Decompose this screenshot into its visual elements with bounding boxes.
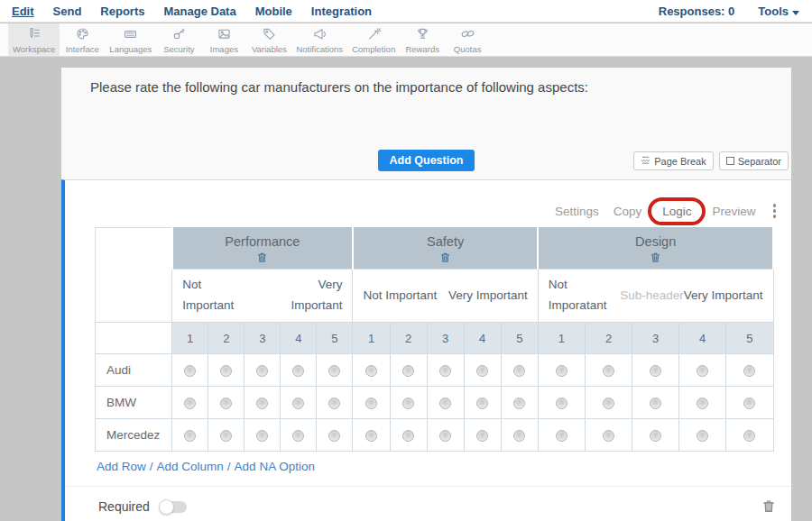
required-toggle[interactable] <box>160 501 187 513</box>
radio-button[interactable] <box>365 430 377 442</box>
row-label-mercedez[interactable]: Mercedez <box>96 419 172 452</box>
radio-button[interactable] <box>439 365 451 377</box>
subheader-right-label[interactable]: Very Important <box>284 275 342 316</box>
radio-button[interactable] <box>476 365 488 377</box>
nav-item-edit[interactable]: Edit <box>12 5 34 18</box>
nav-item-integration[interactable]: Integration <box>311 5 372 18</box>
nav-item-mobile[interactable]: Mobile <box>255 5 292 18</box>
page-break-button[interactable]: Page Break <box>633 151 713 170</box>
toolbar-item-notifications[interactable]: Notifications <box>291 23 347 56</box>
radio-button[interactable] <box>402 365 414 377</box>
subheader-left-label[interactable]: Not Important <box>363 286 437 306</box>
selected-question-block: Settings Copy Logic Preview Performance <box>61 179 791 521</box>
radio-button[interactable] <box>292 398 304 409</box>
toolbar-item-completion[interactable]: Completion <box>347 23 400 56</box>
delete-question-icon[interactable] <box>762 499 775 514</box>
security-icon <box>171 26 187 43</box>
radio-button[interactable] <box>513 365 525 377</box>
nav-item-manage-data[interactable]: Manage Data <box>163 5 235 18</box>
radio-button[interactable] <box>220 430 232 442</box>
radio-button[interactable] <box>650 365 661 377</box>
subheader-right-label[interactable]: Very Important <box>684 286 763 306</box>
radio-button[interactable] <box>365 365 377 377</box>
toolbar-item-interface[interactable]: Interface <box>60 23 105 56</box>
question-text[interactable]: Please rate the following car manufactur… <box>90 79 588 95</box>
column-group-design[interactable]: Design <box>538 228 773 270</box>
toolbar-item-quotas[interactable]: Quotas <box>445 23 490 56</box>
radio-button[interactable] <box>697 398 708 409</box>
radio-button[interactable] <box>184 398 196 409</box>
subheader-placeholder[interactable]: Sub-header <box>620 286 684 306</box>
add-column-link[interactable]: Add Column <box>157 460 224 473</box>
radio-button[interactable] <box>556 365 567 377</box>
logic-link[interactable]: Logic <box>662 205 691 218</box>
radio-button[interactable] <box>256 365 268 377</box>
radio-button[interactable] <box>292 430 304 442</box>
row-label-audi[interactable]: Audi <box>96 354 172 387</box>
column-group-safety[interactable]: Safety <box>353 228 538 270</box>
add-question-button[interactable]: Add Question <box>378 150 475 171</box>
radio-button[interactable] <box>697 430 708 442</box>
radio-button[interactable] <box>476 398 488 409</box>
delete-group-icon[interactable] <box>440 251 450 266</box>
radio-button[interactable] <box>184 430 196 442</box>
toolbar-item-rewards[interactable]: Rewards <box>400 23 445 56</box>
radio-button[interactable] <box>328 365 340 377</box>
radio-button[interactable] <box>256 398 268 409</box>
radio-button[interactable] <box>220 398 232 409</box>
radio-button[interactable] <box>439 430 451 442</box>
radio-button[interactable] <box>328 398 340 409</box>
radio-button[interactable] <box>184 365 196 377</box>
add-na-option-link[interactable]: Add NA Option <box>235 460 315 473</box>
interface-icon <box>75 26 90 43</box>
radio-button[interactable] <box>650 430 661 442</box>
radio-button[interactable] <box>743 365 755 377</box>
radio-button[interactable] <box>556 398 567 409</box>
radio-button[interactable] <box>365 398 377 409</box>
radio-button[interactable] <box>439 398 451 409</box>
radio-button[interactable] <box>603 430 614 442</box>
tools-menu[interactable]: Tools <box>758 5 799 18</box>
radio-button[interactable] <box>402 430 414 442</box>
nav-item-send[interactable]: Send <box>53 5 82 18</box>
radio-button[interactable] <box>556 430 567 442</box>
question-preview-link[interactable]: Preview <box>712 205 755 218</box>
add-row-link[interactable]: Add Row <box>97 460 146 473</box>
survey-editor-canvas: Please rate the following car manufactur… <box>61 58 791 521</box>
radio-button[interactable] <box>603 398 614 409</box>
radio-button[interactable] <box>292 365 304 377</box>
radio-button[interactable] <box>603 365 614 377</box>
toolbar-item-languages[interactable]: Languages <box>105 23 156 56</box>
subheader-left-label[interactable]: Not Imporatant <box>549 275 620 316</box>
radio-button[interactable] <box>650 398 661 409</box>
delete-group-icon[interactable] <box>257 251 267 266</box>
nav-item-reports[interactable]: Reports <box>100 5 144 18</box>
toolbar-item-images[interactable]: Images <box>201 23 246 56</box>
radio-button[interactable] <box>513 430 525 442</box>
radio-button[interactable] <box>743 430 755 442</box>
radio-button[interactable] <box>513 398 525 409</box>
radio-button[interactable] <box>476 430 488 442</box>
scale-label: 4 <box>464 323 501 354</box>
radio-button[interactable] <box>402 398 414 409</box>
radio-button[interactable] <box>328 430 340 442</box>
toolbar-item-variables[interactable]: Variables <box>246 23 291 56</box>
copy-link[interactable]: Copy <box>614 205 642 218</box>
block-footer: Required <box>65 487 791 514</box>
radio-button[interactable] <box>220 365 232 377</box>
radio-button[interactable] <box>743 398 755 409</box>
subheader-left-label[interactable]: Not Important <box>182 275 240 316</box>
scale-label: 2 <box>390 323 427 354</box>
column-group-performance[interactable]: Performance <box>172 228 353 270</box>
separator-button[interactable]: Separator <box>719 151 789 170</box>
settings-link[interactable]: Settings <box>555 205 599 218</box>
page-break-icon <box>641 155 651 167</box>
radio-button[interactable] <box>256 430 268 442</box>
toolbar-item-security[interactable]: Security <box>156 23 201 56</box>
more-options-icon[interactable] <box>770 204 780 218</box>
toolbar-item-workspace[interactable]: Workspace <box>8 23 60 56</box>
radio-button[interactable] <box>697 365 708 377</box>
subheader-right-label[interactable]: Very Important <box>448 286 528 306</box>
delete-group-icon[interactable] <box>651 251 660 266</box>
row-label-bmw[interactable]: BMW <box>96 387 172 419</box>
